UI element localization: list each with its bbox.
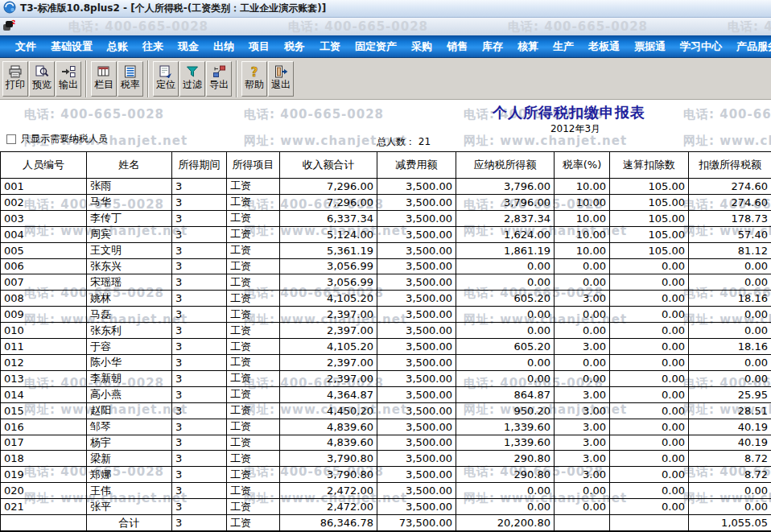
table-header-row: 人员编号姓名所得期间所得项目收入额合计减费用额应纳税所得额税率(%)速算扣除数扣… bbox=[1, 152, 771, 179]
table-row[interactable]: 009马磊3工资2,397.003,500.000.000.000.000.00 bbox=[1, 307, 771, 323]
table-row[interactable]: 001张雨3工资7,296.003,500.003,796.0010.00105… bbox=[1, 179, 771, 195]
table-row[interactable]: 003李传丁3工资6,337.343,500.002,837.3410.0010… bbox=[1, 210, 771, 226]
menu-item-8[interactable]: 税务 bbox=[277, 35, 312, 58]
table-cell: 0.00 bbox=[610, 402, 689, 419]
preview-button[interactable]: 预览 bbox=[29, 61, 55, 97]
table-cell: 2,472.00 bbox=[280, 483, 377, 499]
table-row[interactable]: 007宋瑶瑶3工资3,056.993,500.000.000.000.000.0… bbox=[1, 274, 771, 291]
table-cell: 274.60 bbox=[689, 194, 771, 210]
menu-item-1[interactable]: 文件 bbox=[8, 35, 43, 58]
menu-item-15[interactable]: 生产 bbox=[546, 35, 581, 58]
table-cell: 0.00 bbox=[555, 323, 610, 339]
table-row[interactable]: 006张东兴3工资3,056.993,500.000.000.000.000.0… bbox=[1, 258, 771, 274]
table-cell: 4,839.60 bbox=[280, 435, 377, 451]
table-row[interactable]: 021张平3工资2,472.003,500.000.000.000.000.00 bbox=[1, 499, 771, 515]
menu-item-18[interactable]: 学习中心 bbox=[673, 35, 729, 58]
watermark-text: 电话: 400-665-0028 bbox=[728, 19, 771, 35]
print-button[interactable]: 打印 bbox=[2, 61, 28, 97]
menu-item-17[interactable]: 票据通 bbox=[627, 35, 673, 58]
table-row[interactable]: 016邹琴3工资4,839.603,500.001,339.603.000.00… bbox=[1, 419, 771, 435]
table-cell: 3.00 bbox=[555, 291, 610, 307]
table-row[interactable]: 015赵阳3工资4,450.203,500.00950.203.000.0028… bbox=[1, 402, 771, 419]
svg-text:2: 2 bbox=[12, 19, 15, 26]
menu-item-6[interactable]: 出纳 bbox=[206, 35, 241, 58]
tax-table: 人员编号姓名所得期间所得项目收入额合计减费用额应纳税所得额税率(%)速算扣除数扣… bbox=[0, 151, 771, 532]
table-row[interactable]: 008姚林3工资4,105.203,500.00605.203.000.0018… bbox=[1, 291, 771, 307]
table-cell: 0.00 bbox=[689, 483, 771, 499]
table-row[interactable]: 010张东利3工资2,397.003,500.000.000.000.000.0… bbox=[1, 323, 771, 339]
table-row[interactable]: 019郑娜3工资3,790.803,500.00290.803.000.008.… bbox=[1, 467, 771, 483]
columns-button[interactable]: 栏目 bbox=[91, 61, 117, 97]
table-cell: 2,472.00 bbox=[280, 499, 377, 515]
table-cell: 3 bbox=[172, 435, 227, 451]
toolbar-button-label: 过滤 bbox=[183, 79, 202, 90]
table-cell: 3 bbox=[172, 179, 227, 195]
table-cell: 1,339.60 bbox=[456, 419, 555, 435]
table-cell: 0.00 bbox=[555, 258, 610, 274]
menu-item-5[interactable]: 现金 bbox=[171, 35, 206, 58]
menu-item-9[interactable]: 工资 bbox=[312, 35, 348, 58]
menu-item-7[interactable]: 项目 bbox=[241, 35, 277, 58]
table-cell: 3,500.00 bbox=[377, 370, 456, 386]
table-row[interactable]: 004周宾3工资5,124.003,500.001,624.0010.00105… bbox=[1, 226, 771, 242]
printer-icon bbox=[8, 64, 23, 79]
table-cell: 工资 bbox=[227, 274, 280, 291]
taxrate-button[interactable]: 税率 bbox=[118, 61, 143, 97]
table-cell: 3,790.80 bbox=[280, 467, 377, 483]
table-cell: 40.19 bbox=[689, 419, 771, 435]
table-cell: 3,500.00 bbox=[377, 402, 456, 419]
table-row[interactable]: 012陈小华3工资2,397.003,500.000.000.000.000.0… bbox=[1, 354, 771, 370]
table-cell: 10.00 bbox=[555, 226, 610, 242]
table-cell: 3 bbox=[172, 483, 227, 499]
table-cell: 021 bbox=[1, 499, 87, 515]
show-taxable-only-checkbox[interactable] bbox=[6, 134, 16, 144]
table-row[interactable]: 011于容3工资4,105.203,500.00605.203.000.0018… bbox=[1, 339, 771, 355]
help-button[interactable]: ?帮助 bbox=[241, 61, 267, 97]
exit-button[interactable]: 退出 bbox=[268, 61, 294, 97]
menu-item-10[interactable]: 固定资产 bbox=[348, 35, 404, 58]
filter-button[interactable]: 过滤 bbox=[179, 61, 205, 97]
filter-label: 只显示需要纳税人员 bbox=[21, 132, 108, 146]
menu-item-19[interactable]: 产品服务 bbox=[729, 35, 771, 58]
table-cell: 0.00 bbox=[555, 499, 610, 515]
table-cell: 105.00 bbox=[610, 179, 689, 195]
columns-icon bbox=[97, 64, 111, 79]
table-cell: 3,500.00 bbox=[377, 274, 456, 291]
table-cell: 016 bbox=[1, 419, 87, 435]
table-cell: 019 bbox=[1, 467, 87, 483]
table-cell: 0.00 bbox=[610, 483, 689, 499]
toolbar-button-label: 税率 bbox=[121, 79, 140, 90]
table-cell: 赵阳 bbox=[87, 402, 172, 419]
table-cell: 2,837.34 bbox=[456, 210, 555, 226]
menu-item-4[interactable]: 往来 bbox=[135, 35, 171, 58]
table-row[interactable]: 020王伟3工资2,472.003,500.000.000.000.000.00 bbox=[1, 483, 771, 499]
table-row[interactable]: 013李新朝3工资2,397.003,500.000.000.000.000.0… bbox=[1, 370, 771, 386]
messenger-icon[interactable]: 2 bbox=[2, 19, 15, 35]
table-cell: 57.40 bbox=[689, 226, 771, 242]
menu-item-12[interactable]: 销售 bbox=[439, 35, 475, 58]
filter-row: 只显示需要纳税人员 bbox=[6, 132, 108, 146]
menu-item-3[interactable]: 总账 bbox=[100, 35, 135, 58]
menu-item-13[interactable]: 库存 bbox=[475, 35, 510, 58]
menu-item-2[interactable]: 基础设置 bbox=[43, 35, 100, 58]
locate-button[interactable]: 定位 bbox=[153, 61, 179, 97]
table-cell: 178.73 bbox=[689, 210, 771, 226]
table-row[interactable]: 005王文明3工资5,361.193,500.001,861.1910.0010… bbox=[1, 242, 771, 258]
table-cell: 73,500.00 bbox=[377, 515, 456, 531]
menu-item-16[interactable]: 老板通 bbox=[581, 35, 627, 58]
table-cell bbox=[555, 515, 610, 531]
table-cell: 0.00 bbox=[456, 323, 555, 339]
export-button[interactable]: 导出 bbox=[206, 61, 232, 97]
table-row[interactable]: 017杨宇3工资4,839.603,500.001,339.603.000.00… bbox=[1, 435, 771, 451]
table-row[interactable]: 002马华3工资7,296.003,500.003,796.0010.00105… bbox=[1, 194, 771, 210]
table-row[interactable]: 018梁新3工资3,790.803,500.00290.803.000.008.… bbox=[1, 451, 771, 467]
table-cell: 3,056.99 bbox=[280, 274, 377, 291]
menu-item-14[interactable]: 核算 bbox=[510, 35, 546, 58]
table-cell: 0.00 bbox=[610, 419, 689, 435]
help-icon: ? bbox=[247, 64, 262, 79]
table-cell: 0.00 bbox=[610, 467, 689, 483]
table-row[interactable]: 014高小燕3工资4,364.873,500.00864.873.000.002… bbox=[1, 386, 771, 402]
output-button[interactable]: 输出 bbox=[56, 61, 81, 97]
title-bar: T3-标准版10.8plus2 - [个人所得税-(工资类别：工业企业演示账套)… bbox=[0, 0, 771, 18]
menu-item-11[interactable]: 采购 bbox=[404, 35, 439, 58]
